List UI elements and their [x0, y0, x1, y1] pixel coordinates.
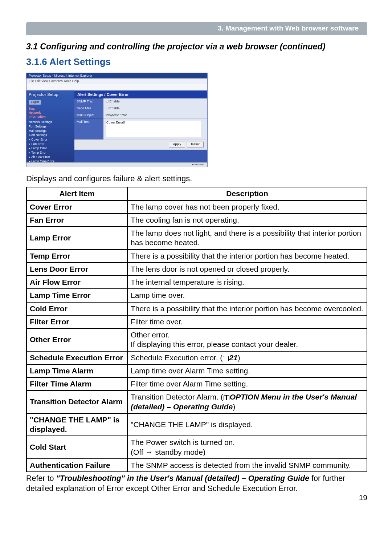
alert-desc-cell: The lens door is not opened or closed pr… — [127, 263, 367, 276]
sc-panel-title: Alert Settings / Cover Error — [74, 90, 207, 98]
alert-desc-cell: The lamp cover has not been properly fix… — [127, 200, 367, 214]
table-row: Lamp Time AlarmLamp time over Alarm Time… — [26, 364, 367, 377]
intro-text: Displays and configures failure & alert … — [26, 174, 367, 184]
sc-side-item: ▸ Lamp Time Error — [29, 159, 72, 162]
section-title: 3.1 Configuring and controlling the proj… — [26, 41, 367, 52]
sc-val-snmp: ☐ Enable — [103, 98, 207, 105]
sc-window-title: Projector Setup - Microsoft Internet Exp… — [26, 73, 207, 79]
page-number: 19 — [26, 493, 367, 502]
alert-item-cell: Other Error — [26, 328, 127, 351]
th-alert-item: Alert Item — [26, 187, 127, 200]
alert-desc-cell: The SNMP access is detected from the inv… — [127, 459, 367, 472]
table-row: Lamp ErrorThe lamp does not light, and t… — [26, 227, 367, 250]
chapter-bar: 3. Management with Web browser software — [26, 22, 367, 35]
table-row: Air Flow ErrorThe internal temperature i… — [26, 276, 367, 289]
alert-desc-cell: The Power switch is turned on. (Off → st… — [127, 436, 367, 459]
sc-label-subj: Mail Subject — [74, 112, 103, 119]
table-row: Other ErrorOther error. If displaying th… — [26, 328, 367, 351]
table-row: Authentication FailureThe SNMP access is… — [26, 459, 367, 472]
alert-item-cell: Lamp Time Error — [26, 289, 127, 302]
sc-side-item: ▸ Temp Error — [29, 151, 72, 155]
table-row: Transition Detector AlarmTransition Dete… — [26, 390, 367, 413]
alert-desc-cell: The lamp does not light, and there is a … — [127, 227, 367, 250]
alert-desc-cell: Lamp time over Alarm Time setting. — [127, 364, 367, 377]
alert-desc-cell: There is a possibility that the interior… — [127, 250, 367, 263]
subsection-title: 3.1.6 Alert Settings — [26, 56, 367, 68]
sc-side-item: ▸ Air Flow Error — [29, 155, 72, 159]
alert-desc-cell: The cooling fan is not operating. — [127, 214, 367, 227]
sc-mail-text: Cover Error!! — [106, 121, 201, 137]
sc-reset: Reset — [187, 142, 204, 147]
table-row: "CHANGE THE LAMP" is displayed."CHANGE T… — [26, 413, 367, 436]
alert-item-cell: Lamp Error — [26, 227, 127, 250]
table-row: Cold StartThe Power switch is turned on.… — [26, 436, 367, 459]
sc-sidebar: Projector Setup Logoff Top: Network Info… — [26, 90, 74, 162]
alert-item-cell: "CHANGE THE LAMP" is displayed. — [26, 413, 127, 436]
alert-table-body: Cover ErrorThe lamp cover has not been p… — [26, 200, 367, 472]
alert-item-cell: Lens Door Error — [26, 263, 127, 276]
sc-side-items: Network SettingsPort SettingsMail Settin… — [29, 120, 72, 162]
table-row: Cover ErrorThe lamp cover has not been p… — [26, 200, 367, 214]
alert-item-cell: Cold Error — [26, 302, 127, 315]
footnote-bold: "Troubleshooting" in the User's Manual (… — [56, 474, 309, 483]
table-row: Schedule Execution ErrorSchedule Executi… — [26, 351, 367, 364]
sc-side-item: ▸ Lamp Error — [29, 146, 72, 150]
alert-item-cell: Cover Error — [26, 200, 127, 214]
sc-side-item: ▸ Fan Error — [29, 142, 72, 146]
sc-top-info: Top: Network Information — [29, 107, 72, 119]
sc-toolbar — [26, 84, 207, 90]
sc-logoff: Logoff — [29, 100, 41, 104]
sc-status: ● Internet — [26, 162, 207, 167]
alert-item-cell: Schedule Execution Error — [26, 351, 127, 364]
alert-item-cell: Transition Detector Alarm — [26, 390, 127, 413]
table-row: Filter Time AlarmFilter time over Alarm … — [26, 377, 367, 390]
alert-desc-cell: Transition Detector Alarm. (OPTION Menu … — [127, 390, 367, 413]
table-row: Fan ErrorThe cooling fan is not operatin… — [26, 214, 367, 227]
alert-desc-cell: Other error. If displaying this error, p… — [127, 328, 367, 351]
sc-label-text: Mail Text — [74, 119, 103, 139]
alert-desc-cell: There is a possibility that the interior… — [127, 302, 367, 315]
alert-item-cell: Cold Start — [26, 436, 127, 459]
alert-desc-cell: Lamp time over. — [127, 289, 367, 302]
sc-apply: Apply — [169, 142, 185, 147]
sc-side-item: Alert Settings — [29, 133, 72, 137]
sc-side-item: Network Settings — [29, 120, 72, 124]
alert-item-cell: Fan Error — [26, 214, 127, 227]
table-row: Filter ErrorFilter time over. — [26, 315, 367, 328]
sc-side-item: Port Settings — [29, 125, 72, 129]
sc-menu: File Edit View Favorites Tools Help — [26, 78, 207, 84]
sc-buttons: Apply Reset — [74, 139, 207, 150]
alert-table: Alert Item Description Cover ErrorThe la… — [26, 187, 367, 472]
alert-desc-cell: Schedule Execution error. (21) — [127, 351, 367, 364]
sc-side-item: Mail Settings — [29, 129, 72, 133]
table-row: Lamp Time ErrorLamp time over. — [26, 289, 367, 302]
sc-label-mail: Send Mail — [74, 105, 103, 112]
alert-desc-cell: The internal temperature is rising. — [127, 276, 367, 289]
th-description: Description — [127, 187, 367, 200]
alert-desc-cell: "CHANGE THE LAMP" is displayed. — [127, 413, 367, 436]
alert-item-cell: Filter Time Alarm — [26, 377, 127, 390]
alert-desc-cell: Filter time over. — [127, 315, 367, 328]
manual-ref-icon — [224, 395, 229, 400]
alert-desc-cell: Filter time over Alarm Time setting. — [127, 377, 367, 390]
table-row: Lens Door ErrorThe lens door is not open… — [26, 263, 367, 276]
sc-label-snmp: SNMP Trap — [74, 98, 103, 105]
alert-item-cell: Lamp Time Alarm — [26, 364, 127, 377]
manual-ref-icon — [223, 356, 229, 361]
sc-val-subj: Projector Error — [103, 112, 207, 119]
table-row: Temp ErrorThere is a possibility that th… — [26, 250, 367, 263]
alert-item-cell: Temp Error — [26, 250, 127, 263]
alert-item-cell: Filter Error — [26, 315, 127, 328]
table-row: Cold ErrorThere is a possibility that th… — [26, 302, 367, 315]
embedded-screenshot: Projector Setup - Microsoft Internet Exp… — [26, 73, 208, 167]
footnote-pre: Refer to — [26, 474, 56, 483]
alert-item-cell: Authentication Failure — [26, 459, 127, 472]
alert-item-cell: Air Flow Error — [26, 276, 127, 289]
sc-val-mail: ☐ Enable — [103, 105, 207, 112]
sc-sidebar-title: Projector Setup — [29, 92, 72, 97]
chapter-title: 3. Management with Web browser software — [218, 24, 359, 33]
sc-side-item: ▸ Cover Error — [29, 138, 72, 142]
footnote: Refer to "Troubleshooting" in the User's… — [26, 474, 367, 494]
